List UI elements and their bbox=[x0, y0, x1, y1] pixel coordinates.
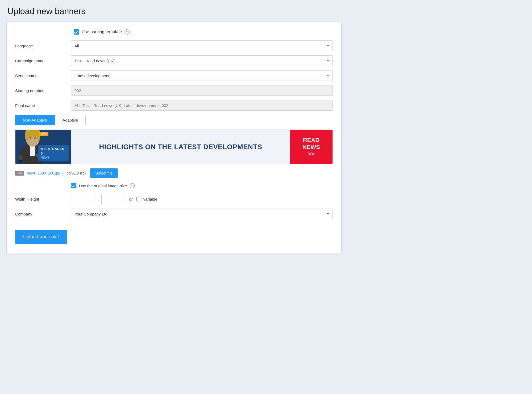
banner-speech-bubble: METATRADER 5 NEWS bbox=[38, 145, 69, 161]
tab-adaptive[interactable]: Adaptive bbox=[55, 115, 86, 125]
file-info-row: JPG news_1600_160.jpg ( .jpg/91.9 Kb) Se… bbox=[15, 168, 333, 178]
campaign-label: Campaign name bbox=[15, 59, 71, 63]
upload-save-button[interactable]: Upload and save bbox=[15, 230, 67, 244]
company-select[interactable]: Your Company Ltd. Company A Company B bbox=[71, 209, 333, 219]
starting-number-label: Starting number bbox=[15, 88, 71, 93]
language-row: Language All English French German Spani… bbox=[15, 40, 333, 51]
wh-separator: , bbox=[98, 197, 99, 201]
tab-non-adaptive[interactable]: Non-Adaptive bbox=[15, 115, 55, 125]
campaign-row: Campaign name Test - Read news (UK) Camp… bbox=[15, 55, 333, 66]
tab-row: Non-Adaptive Adaptive bbox=[15, 115, 333, 125]
final-name-row: Final name bbox=[15, 100, 333, 111]
bubble-brand-line1: METATRADER 5 bbox=[41, 147, 66, 156]
page-title: Upload new banners bbox=[6, 6, 526, 16]
cta-line1: READ bbox=[302, 137, 320, 144]
company-label: Company bbox=[15, 212, 71, 216]
original-size-row: Use the original image size ? bbox=[15, 183, 333, 188]
svg-point-7 bbox=[34, 137, 36, 139]
company-select-wrapper: Your Company Ltd. Company A Company B ▼ bbox=[71, 209, 333, 219]
cta-line2: NEWS bbox=[302, 144, 320, 151]
series-select[interactable]: Latest developments Series 2 Series 3 bbox=[71, 70, 333, 81]
banner-preview: LIVE METATRADER 5 NEWS HIGHLIGHTS ON THE… bbox=[15, 130, 333, 164]
final-name-input[interactable] bbox=[71, 100, 333, 111]
live-badge: LIVE bbox=[39, 132, 48, 136]
language-select[interactable]: All English French German Spanish bbox=[71, 40, 333, 51]
svg-rect-4 bbox=[25, 132, 28, 140]
width-height-label: Width, Height bbox=[15, 197, 71, 201]
variable-checkbox[interactable] bbox=[136, 197, 141, 201]
width-input[interactable] bbox=[71, 194, 95, 204]
campaign-select[interactable]: Test - Read news (UK) Campaign 2 Campaig… bbox=[71, 55, 333, 66]
banner-right-section: READ NEWS >> bbox=[290, 130, 332, 164]
original-size-label: Use the original image size bbox=[79, 184, 127, 188]
file-type-badge: JPG bbox=[15, 171, 24, 176]
bubble-brand-line2: NEWS bbox=[41, 156, 66, 159]
wh-or: or bbox=[129, 197, 132, 201]
original-size-checkbox[interactable] bbox=[71, 183, 76, 188]
height-input[interactable] bbox=[101, 194, 125, 204]
naming-template-label: Use naming template bbox=[82, 30, 122, 34]
original-size-help-icon[interactable]: ? bbox=[130, 183, 135, 188]
svg-point-10 bbox=[18, 155, 23, 160]
company-row: Company Your Company Ltd. Company A Comp… bbox=[15, 209, 333, 219]
campaign-select-wrapper: Test - Read news (UK) Campaign 2 Campaig… bbox=[71, 55, 333, 66]
starting-number-row: Starting number bbox=[15, 85, 333, 96]
svg-point-6 bbox=[29, 137, 31, 139]
final-name-label: Final name bbox=[15, 103, 71, 108]
variable-label: variable bbox=[143, 197, 157, 201]
banner-cta: READ NEWS >> bbox=[302, 137, 320, 157]
main-card: Use naming template ? Language All Engli… bbox=[6, 22, 342, 254]
language-select-wrapper: All English French German Spanish ▼ bbox=[71, 40, 333, 51]
select-file-button[interactable]: Select file bbox=[90, 168, 118, 178]
naming-template-row: Use naming template ? bbox=[15, 29, 333, 35]
banner-headline: HIGHLIGHTS ON THE LATEST DEVELOPMENTS bbox=[99, 143, 262, 151]
bubble-arrow bbox=[35, 153, 39, 158]
banner-center-section: HIGHLIGHTS ON THE LATEST DEVELOPMENTS bbox=[71, 130, 290, 164]
file-name: news_1600_160.jpg bbox=[27, 171, 60, 175]
series-row: Series name Latest developments Series 2… bbox=[15, 70, 333, 81]
banner-left-section: LIVE METATRADER 5 NEWS bbox=[15, 130, 71, 164]
starting-number-input[interactable] bbox=[71, 85, 333, 96]
series-select-wrapper: Latest developments Series 2 Series 3 ▼ bbox=[71, 70, 333, 81]
width-height-row: Width, Height , or variable bbox=[15, 194, 333, 204]
naming-template-checkbox[interactable] bbox=[74, 29, 79, 35]
naming-template-help-icon[interactable]: ? bbox=[124, 29, 130, 35]
cta-arrows: >> bbox=[302, 151, 320, 157]
series-label: Series name bbox=[15, 73, 71, 78]
file-meta: ( .jpg/91.9 Kb) bbox=[62, 171, 86, 175]
language-label: Language bbox=[15, 44, 71, 48]
svg-rect-1 bbox=[30, 145, 35, 156]
